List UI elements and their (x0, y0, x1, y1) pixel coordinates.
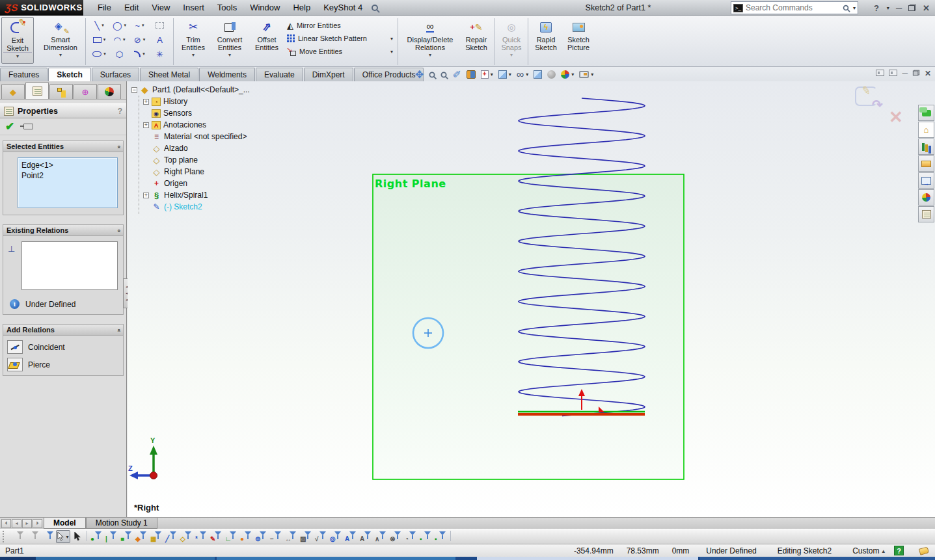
quick-tips-button[interactable]: ? (894, 546, 904, 555)
graphics-area[interactable]: Y Z Right Plane *Right ✎ ↷ ✕ − ◆ Part1 (… (128, 81, 935, 517)
selected-entities-header[interactable]: Selected Entities « (3, 141, 123, 152)
propertymanager-tab[interactable] (25, 82, 49, 99)
windows-taskbar[interactable] (0, 557, 935, 560)
search-dropdown-icon[interactable]: ▾ (853, 5, 856, 11)
panel-help-icon[interactable]: ? (118, 107, 122, 116)
filter-midpoints-button[interactable]: ● (239, 530, 254, 543)
filter-hatches-button[interactable]: ▨ (299, 530, 314, 543)
right-plane-face[interactable] (373, 174, 684, 479)
filter-axes-button[interactable]: ╱ (164, 530, 179, 543)
select-tool-button[interactable]: ▾ (56, 530, 70, 543)
expand-box[interactable]: + (143, 99, 149, 105)
display-delete-relations-button[interactable]: ∞ Display/Delete Relations ▾ (400, 17, 460, 64)
filter-centerlines-button[interactable]: − (269, 530, 284, 543)
menu-window[interactable]: Window (243, 1, 286, 14)
polygon-tool[interactable]: ⬡ (109, 47, 129, 61)
apply-scene-button[interactable]: ▾ (560, 70, 575, 79)
menu-view[interactable]: View (145, 1, 176, 14)
arc-tool[interactable]: ◠▾ (109, 33, 129, 47)
filter-surface-finish-button[interactable]: √ (314, 530, 329, 543)
cancel-sketch-icon[interactable]: ✕ (889, 107, 903, 127)
tree-item-right-plane[interactable]: ◇ Right Plane (143, 166, 301, 178)
collapse-chevron-icon[interactable]: « (115, 229, 122, 231)
filter-notes-button[interactable]: A (344, 530, 359, 543)
confirmation-corner[interactable]: ✎ ↷ ✕ (855, 87, 914, 132)
tab-features[interactable]: Features (0, 68, 47, 81)
appearances-tab-button[interactable] (918, 189, 934, 206)
next-tab-button[interactable]: ▸ (22, 519, 32, 528)
sketch-picture-button[interactable]: Sketch Picture (562, 17, 595, 64)
tag-icon[interactable] (919, 546, 929, 555)
pane-split-2-button[interactable] (889, 69, 897, 78)
help-button[interactable]: ? (871, 3, 882, 13)
tree-item-history[interactable]: + ◔ History (143, 96, 301, 107)
displaymanager-tab[interactable] (98, 84, 121, 99)
exit-sketch-button[interactable]: ✎ Exit Sketch ▾ (1, 17, 34, 64)
convert-dropdown[interactable]: ▾ (213, 51, 247, 60)
collapse-chevron-icon[interactable]: « (115, 145, 122, 147)
tab-evaluate[interactable]: Evaluate (256, 68, 303, 81)
status-configuration[interactable]: Custom (842, 546, 882, 555)
doc-close-button[interactable]: ✕ (925, 69, 931, 78)
filter-surface-bodies-button[interactable]: ◆ (134, 530, 149, 543)
selected-entity-item[interactable]: Edge<1> (21, 160, 114, 170)
view-orientation-button[interactable]: ✐ (451, 69, 462, 81)
filter-datums-button[interactable]: A (359, 530, 373, 543)
smart-dimension-button[interactable]: ◈✎ Smart Dimension ▾ (38, 17, 83, 64)
clear-filters-button[interactable] (26, 530, 41, 543)
filter-stack-button[interactable] (41, 530, 56, 543)
pierce-relation-button[interactable]: Pierce (3, 356, 123, 375)
minimize-button[interactable]: ─ (893, 3, 904, 13)
filter-weld-symbols-button[interactable]: ∧ (373, 530, 388, 543)
offset-entities-button[interactable]: ⇗ Offset Entities (249, 17, 285, 64)
rewind-tab-button[interactable]: ⏴ (1, 519, 11, 528)
selected-entity-item[interactable]: Point2 (21, 170, 114, 181)
circle-tool[interactable]: ◯▾ (109, 18, 129, 33)
file-explorer-tab-button[interactable] (918, 155, 934, 172)
filter-dowel-pins-button[interactable]: ▪ (418, 530, 433, 543)
mirror-entities-button[interactable]: ◭ Mirror Entities (285, 19, 396, 32)
view-palette-tab-button[interactable] (918, 172, 934, 189)
quick-snaps-button[interactable]: ◎ Quick Snaps ▾ (497, 17, 526, 64)
filter-edges-button[interactable]: | (104, 530, 119, 543)
expand-box[interactable]: + (143, 122, 149, 128)
search-icon[interactable] (843, 5, 849, 11)
lasso-select-button[interactable] (70, 530, 85, 543)
filter-vertices-button[interactable]: ● (89, 530, 104, 543)
tab-sketch[interactable]: Sketch (48, 68, 90, 81)
end-tab-button[interactable]: ⏵ (33, 519, 42, 528)
filter-dimensions-button[interactable]: ↔ (284, 530, 299, 543)
filter-blocks-button[interactable]: ◔ (403, 530, 418, 543)
rapid-sketch-button[interactable]: ϟ Rapid Sketch (530, 17, 562, 64)
doc-minimize-button[interactable]: ─ (902, 69, 908, 78)
smart-dimension-dropdown[interactable]: ▾ (40, 51, 81, 60)
menu-help[interactable]: Help (286, 1, 317, 14)
tab-surfaces[interactable]: Surfaces (92, 68, 139, 81)
fillet-tool[interactable]: ▾ (129, 47, 150, 61)
add-relations-header[interactable]: Add Relations « (3, 325, 123, 336)
display-delete-dropdown[interactable]: ▾ (403, 51, 457, 60)
menu-file[interactable]: File (91, 1, 118, 14)
section-view-button[interactable] (465, 70, 477, 79)
filter-sketch-segments-button[interactable]: ∟ (224, 530, 239, 543)
linear-sketch-pattern-button[interactable]: Linear Sketch Pattern ▾ (285, 32, 396, 45)
menu-edit[interactable]: Edit (118, 1, 145, 14)
tree-item-origen[interactable]: + Origen (143, 178, 301, 189)
configurationmanager-tab[interactable] (49, 84, 73, 99)
ellipse-tool[interactable]: ⊘▾ (129, 33, 150, 47)
display-style-button[interactable]: ▾ (497, 70, 513, 79)
model-tab[interactable]: Model (44, 518, 86, 529)
pin-button[interactable] (23, 124, 33, 129)
view-selector-button[interactable]: ▾ (480, 70, 495, 79)
previous-view-button[interactable] (439, 71, 448, 79)
filter-center-marks-button[interactable]: ⊕ (254, 530, 269, 543)
menu-search-icon[interactable] (372, 5, 378, 11)
menu-tools[interactable]: Tools (211, 1, 243, 14)
rectangle-tool[interactable]: ▾ (89, 33, 109, 47)
filter-toggle-button[interactable] (11, 530, 26, 543)
line-tool[interactable]: ╲▾ (89, 18, 109, 33)
expand-box[interactable]: + (143, 193, 149, 198)
tab-dimxpert[interactable]: DimXpert (304, 68, 353, 81)
shadows-button[interactable] (532, 70, 543, 79)
close-button[interactable]: ✕ (920, 3, 932, 13)
